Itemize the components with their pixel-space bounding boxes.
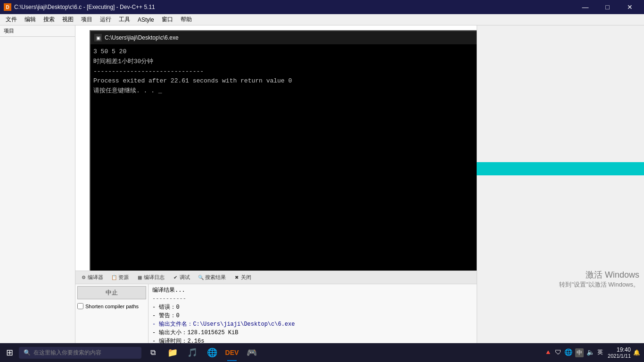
- tray-icon-ime[interactable]: 中: [575, 348, 584, 357]
- start-button[interactable]: ⊞: [0, 343, 19, 362]
- taskbar-tray: 🔺 🛡 🌐 中 🔈 英 19:40 2021/1/11 🔔: [540, 346, 644, 359]
- clock-date: 2021/1/11: [608, 353, 631, 359]
- bottom-btn-searchresults[interactable]: 🔍 搜索结果: [195, 273, 229, 282]
- search-icon: 🔍: [24, 349, 31, 356]
- console-title-text: C:\Users\jiaji\Desktop\c\6.exe: [105, 34, 477, 41]
- menu-search[interactable]: 搜索: [40, 15, 58, 25]
- log-line-0: 编译结果...: [152, 286, 473, 295]
- main-content: 项目 ▣ C:\Users\jiaji\Desktop\c\6.exe —: [0, 25, 644, 362]
- bottom-btn-compilelog[interactable]: ▦ 编译日志: [133, 273, 167, 282]
- maximize-button[interactable]: □: [597, 2, 618, 12]
- devcpp-main-window: D C:\Users\jiaji\Desktop\c\6.c - [Execut…: [0, 0, 644, 362]
- close-button[interactable]: ✕: [619, 2, 640, 12]
- taskbar-apps: ⧉ 📁 🎵 🌐 DEV 🎮: [143, 343, 261, 362]
- console-body: 3 50 5 20 时间相差1小时30分钟 ------------------…: [91, 44, 477, 271]
- taskbar: ⊞ 🔍 在这里输入你要搜索的内容 ⧉ 📁 🎵 🌐 DEV 🎮 🔺 🛡 🌐 中 🔈…: [0, 343, 644, 362]
- taskbar-clock[interactable]: 19:40 2021/1/11: [608, 346, 631, 359]
- log-line-6: - 编译时间：2.16s: [152, 337, 473, 343]
- console-line-4: Process exited after 22.61 seconds with …: [93, 76, 477, 86]
- right-panel-cyan-bar: [477, 162, 644, 175]
- console-line-3: ------------------------------: [93, 67, 477, 77]
- editor-area: ▣ C:\Users\jiaji\Desktop\c\6.exe — □ ✕ 3…: [75, 25, 477, 362]
- taskbar-app-game[interactable]: 🎮: [242, 343, 261, 362]
- menu-astyle[interactable]: AStyle: [134, 16, 158, 24]
- log-line-3: - 警告：0: [152, 312, 473, 320]
- debug-icon: ✔: [172, 274, 179, 281]
- log-line-4: - 输出文件名：C:\Users\jiaji\Desktop\c\6.exe: [152, 320, 473, 329]
- taskbar-search[interactable]: 🔍 在这里输入你要搜索的内容: [19, 347, 141, 359]
- bottom-toolbar: ⚙ 编译器 📋 资源 ▦ 编译日志 ✔ 调试: [75, 271, 477, 284]
- searchresults-icon: 🔍: [198, 274, 204, 281]
- code-editor[interactable]: ▣ C:\Users\jiaji\Desktop\c\6.exe — □ ✕ 3…: [75, 25, 477, 271]
- clock-time: 19:40: [608, 346, 631, 353]
- title-bar-controls: — □ ✕: [575, 2, 640, 12]
- tray-icon-volume[interactable]: 🔈: [586, 348, 594, 357]
- title-bar-text: C:\Users\jiaji\Desktop\c\6.c - [Executin…: [14, 4, 575, 10]
- console-icon: ▣: [94, 34, 102, 41]
- log-line-5: - 输出大小：128.1015625 KiB: [152, 329, 473, 337]
- close-panel-icon: ✖: [233, 274, 240, 281]
- taskbar-app-edge[interactable]: 🌐: [203, 343, 222, 362]
- menu-tools[interactable]: 工具: [115, 15, 134, 25]
- tray-icon-eng[interactable]: 英: [597, 348, 603, 357]
- menu-view[interactable]: 视图: [58, 15, 77, 25]
- activation-line1: 激活 Windows: [559, 269, 639, 280]
- log-line-1: ----------: [152, 295, 473, 303]
- compiler-icon: ⚙: [80, 274, 87, 281]
- taskbar-app-file-explorer[interactable]: 📁: [163, 343, 182, 362]
- shorten-checkbox-label[interactable]: Shorten compiler paths: [77, 303, 146, 309]
- sidebar-tab-project[interactable]: 项目: [0, 25, 75, 37]
- minimize-button[interactable]: —: [575, 2, 596, 12]
- tray-icon-1[interactable]: 🔺: [544, 348, 552, 357]
- console-window: ▣ C:\Users\jiaji\Desktop\c\6.exe — □ ✕ 3…: [90, 30, 477, 271]
- notification-button[interactable]: 🔔: [633, 349, 640, 356]
- console-line-1: 3 50 5 20: [93, 47, 477, 57]
- bottom-btn-close[interactable]: ✖ 关闭: [231, 273, 254, 282]
- menu-file[interactable]: 文件: [2, 15, 21, 25]
- taskbar-app-music[interactable]: 🎵: [183, 343, 202, 362]
- tray-icon-shield[interactable]: 🛡: [555, 348, 561, 357]
- tray-icons: 🔺 🛡 🌐 中 🔈 英: [544, 348, 603, 357]
- bottom-content: 中止 Shorten compiler paths 编译结果... ------…: [75, 284, 477, 351]
- bottom-btn-resources[interactable]: 📋 资源: [108, 273, 132, 282]
- stop-button[interactable]: 中止: [77, 286, 146, 299]
- shorten-label-text: Shorten compiler paths: [85, 304, 139, 309]
- menu-project[interactable]: 项目: [77, 15, 96, 25]
- title-bar: D C:\Users\jiaji\Desktop\c\6.c - [Execut…: [0, 0, 644, 14]
- menu-bar: 文件 编辑 搜索 视图 项目 运行 工具 AStyle 窗口 帮助: [0, 14, 644, 25]
- left-sidebar: 项目: [0, 25, 75, 362]
- shorten-checkbox-input[interactable]: [77, 303, 83, 309]
- menu-edit[interactable]: 编辑: [21, 15, 40, 25]
- console-line-2: 时间相差1小时30分钟: [93, 57, 477, 67]
- menu-run[interactable]: 运行: [96, 15, 115, 25]
- taskbar-app-taskview[interactable]: ⧉: [143, 343, 162, 362]
- bottom-panel: ⚙ 编译器 📋 资源 ▦ 编译日志 ✔ 调试: [75, 271, 477, 351]
- console-title-bar: ▣ C:\Users\jiaji\Desktop\c\6.exe — □ ✕: [91, 31, 477, 44]
- compile-log-output: 编译结果... ---------- - 错误：0 - 警告：0 - 输出文件名…: [149, 284, 477, 343]
- compile-log-left: 中止 Shorten compiler paths: [75, 284, 149, 351]
- right-panel: 激活 Windows 转到"设置"以激活 Windows。: [477, 25, 644, 362]
- taskbar-app-devcpp[interactable]: DEV: [223, 343, 241, 362]
- search-placeholder: 在这里输入你要搜索的内容: [33, 349, 101, 357]
- menu-window[interactable]: 窗口: [158, 15, 177, 25]
- menu-help[interactable]: 帮助: [177, 15, 196, 25]
- resources-icon: 📋: [111, 274, 117, 281]
- console-line-5: 请按任意键继续. . . _: [93, 86, 477, 96]
- tray-icon-network[interactable]: 🌐: [564, 348, 572, 357]
- compilelog-icon: ▦: [136, 274, 143, 281]
- bottom-btn-compiler[interactable]: ⚙ 编译器: [77, 273, 106, 282]
- bottom-btn-debug[interactable]: ✔ 调试: [169, 273, 193, 282]
- activation-line2: 转到"设置"以激活 Windows。: [559, 280, 639, 289]
- log-line-2: - 错误：0: [152, 303, 473, 312]
- devcpp-icon: D: [4, 3, 11, 11]
- activation-watermark: 激活 Windows 转到"设置"以激活 Windows。: [559, 269, 639, 289]
